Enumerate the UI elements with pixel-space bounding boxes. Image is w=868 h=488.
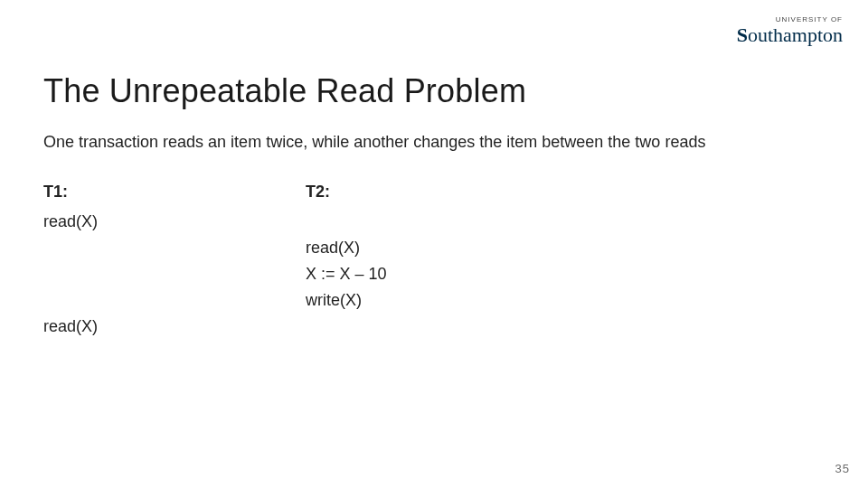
university-logo: UNIVERSITY OF Southampton — [737, 16, 843, 45]
cell-t2 — [306, 314, 568, 340]
cell-t1 — [43, 235, 306, 261]
logo-name: Southampton — [737, 25, 843, 45]
cell-t1: read(X) — [43, 209, 306, 235]
table-row: X := X – 10 — [43, 261, 568, 287]
slide-title: The Unrepeatable Read Problem — [43, 72, 526, 110]
slide: UNIVERSITY OF Southampton The Unrepeatab… — [0, 0, 868, 488]
cell-t2: write(X) — [306, 287, 568, 314]
desc-line-1: One transaction reads an item twice, whi… — [43, 133, 660, 151]
col-header-t1: T1: — [43, 179, 306, 209]
transaction-table: T1: T2: read(X) read(X) X := X – 10 writ… — [43, 179, 568, 340]
slide-description: One transaction reads an item twice, whi… — [43, 132, 814, 153]
table-header-row: T1: T2: — [43, 179, 568, 209]
logo-top-text: UNIVERSITY OF — [737, 16, 843, 23]
cell-t1 — [43, 287, 306, 314]
table-row: read(X) — [43, 209, 568, 235]
desc-line-2: reads — [665, 133, 705, 151]
page-number: 35 — [835, 462, 850, 475]
cell-t2 — [306, 209, 568, 235]
table-row: write(X) — [43, 287, 568, 314]
col-header-t2: T2: — [306, 179, 568, 209]
cell-t1 — [43, 261, 306, 287]
table-row: read(X) — [43, 235, 568, 261]
cell-t2: read(X) — [306, 235, 568, 261]
table-row: read(X) — [43, 314, 568, 340]
cell-t2: X := X – 10 — [306, 261, 568, 287]
cell-t1: read(X) — [43, 314, 306, 340]
